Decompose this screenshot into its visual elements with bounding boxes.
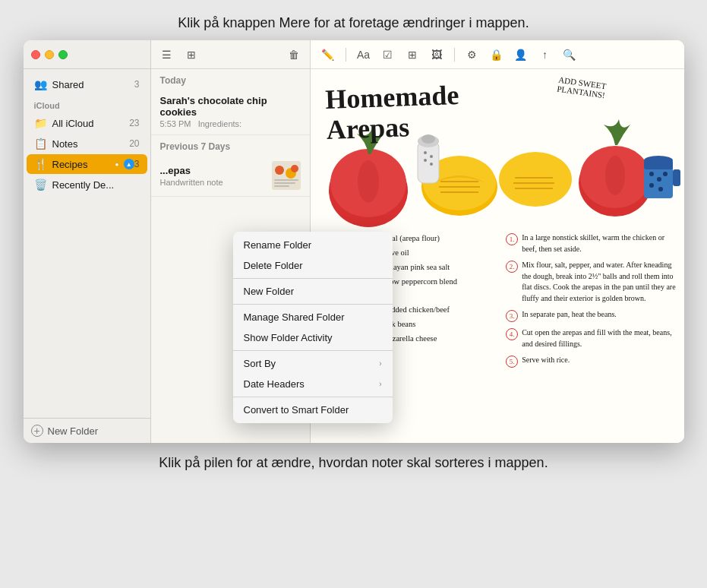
sync-indicators: ● ▲	[112, 159, 134, 169]
note-title: Homemade Arepas	[324, 81, 460, 145]
sidebar-item-shared[interactable]: 👥 Shared 3	[27, 74, 147, 94]
manage-shared-label: Manage Shared Folder	[244, 311, 345, 323]
minimize-button[interactable]	[45, 50, 54, 59]
compose-icon[interactable]: ✏️	[320, 46, 336, 63]
app-window: 👥 Shared 3 iCloud 📁 All iCloud 23 📋 Note…	[24, 40, 684, 443]
sort-by-label: Sort By	[244, 358, 276, 369]
icloud-section-label: iCloud	[24, 95, 150, 112]
grid-view-icon[interactable]: ⊞	[183, 46, 200, 63]
lock-icon[interactable]: 🔒	[488, 46, 505, 63]
svg-point-1	[275, 166, 284, 175]
svg-point-34	[657, 177, 661, 182]
delete-folder-label: Delete Folder	[244, 260, 303, 271]
checklist-icon[interactable]: ☑	[380, 46, 396, 63]
step-num-2: 2.	[506, 261, 518, 273]
step-num-3: 3.	[506, 310, 518, 322]
trash-folder-icon: 🗑️	[34, 178, 48, 191]
search-icon[interactable]: 🔍	[561, 46, 578, 63]
sidebar-item-all-icloud[interactable]: 📁 All iCloud 23	[27, 113, 147, 133]
menu-item-rename[interactable]: Rename Folder	[233, 235, 393, 255]
note-meta-arepas: Handwritten note	[160, 178, 266, 187]
notes-folder-icon: 📋	[34, 137, 48, 150]
convert-smart-label: Convert to Smart Folder	[244, 404, 349, 416]
note-preview: Ingredients:	[198, 119, 241, 128]
notes-list-panel: ☰ ⊞ 🗑 Today Sarah's chocolate chip cooki…	[151, 40, 311, 443]
plus-icon: +	[31, 425, 43, 437]
folder-icon: 📁	[34, 116, 48, 130]
today-section-label: Today	[151, 69, 310, 89]
recipes-count: 3	[134, 159, 140, 169]
menu-item-sort-by[interactable]: Sort By ›	[233, 353, 393, 374]
note-title-arepas: ...epas	[160, 165, 266, 176]
notes-count: 20	[129, 138, 139, 149]
collaboration-icon[interactable]: ⚙	[464, 46, 481, 63]
menu-item-delete[interactable]: Delete Folder	[233, 255, 393, 276]
toolbar-divider-1	[346, 48, 346, 62]
font-icon[interactable]: Aa	[355, 46, 372, 63]
traffic-lights	[31, 50, 68, 59]
notes-label: Notes	[52, 138, 130, 150]
new-folder-menu-label: New Folder	[244, 286, 294, 297]
menu-item-convert-smart[interactable]: Convert to Smart Folder	[233, 400, 393, 420]
share-icon[interactable]: ↑	[537, 46, 554, 63]
fullscreen-button[interactable]	[58, 50, 68, 59]
list-view-icon[interactable]: ☰	[159, 46, 175, 63]
sync-dot-blue: ▲	[124, 159, 134, 169]
all-icloud-count: 23	[129, 118, 139, 128]
instruction-1: 1. In a large nonstick skillet, warm the…	[506, 232, 677, 254]
show-activity-label: Show Folder Activity	[244, 332, 333, 343]
sidebar-item-recently-deleted[interactable]: 🗑️ Recently De...	[27, 175, 147, 194]
menu-item-new-folder[interactable]: New Folder	[233, 281, 393, 302]
step-num-1: 1.	[506, 233, 518, 245]
svg-point-25	[430, 163, 433, 166]
svg-point-33	[649, 172, 654, 176]
menu-separator-4	[233, 397, 393, 397]
svg-rect-4	[274, 179, 298, 181]
rename-folder-label: Rename Folder	[244, 239, 312, 251]
menu-item-show-activity[interactable]: Show Folder Activity	[233, 327, 393, 348]
step-num-5: 5.	[506, 356, 518, 368]
svg-rect-19	[418, 141, 439, 183]
sidebar-item-recipes[interactable]: 🍴 Recipes ● ▲ 3	[27, 154, 147, 174]
instruction-4: 4. Cut open the arepas and fill with the…	[506, 327, 677, 349]
media-icon[interactable]: 🖼	[428, 46, 445, 63]
annotation-top: Klik på knappen Mere for at foretage ænd…	[0, 0, 707, 40]
svg-rect-6	[274, 185, 289, 187]
shared-folder-icon: 👥	[34, 77, 48, 91]
annotation-bottom: Klik på pilen for at ændre, hvordan note…	[0, 443, 707, 480]
instruction-5: 5. Serve with rice.	[506, 355, 677, 368]
recipes-folder-icon: 🍴	[34, 157, 48, 171]
svg-point-35	[663, 172, 668, 176]
sidebar-content: 👥 Shared 3 iCloud 📁 All iCloud 23 📋 Note…	[24, 69, 150, 418]
date-headers-chevron: ›	[379, 380, 381, 388]
menu-separator-3	[233, 350, 393, 351]
sort-by-chevron: ›	[379, 359, 381, 368]
sync-dot-orange: ●	[112, 159, 122, 169]
menu-item-date-headers[interactable]: Date Headers ›	[233, 374, 393, 394]
note-time: 5:53 PM	[160, 119, 191, 128]
prev7-section-label: Previous 7 Days	[151, 135, 310, 155]
svg-rect-32	[673, 169, 680, 186]
delete-icon[interactable]: 🗑	[286, 46, 302, 63]
sidebar-item-notes[interactable]: 📋 Notes 20	[27, 134, 147, 153]
note-item-cookies[interactable]: Sarah's chocolate chip cookies 5:53 PM I…	[151, 89, 310, 135]
shared-count: 3	[134, 79, 140, 90]
close-button[interactable]	[31, 50, 40, 59]
menu-separator-1	[233, 278, 393, 279]
all-icloud-label: All iCloud	[52, 118, 130, 129]
instruction-3: 3. In separate pan, heat the beans.	[506, 309, 677, 322]
svg-point-15	[499, 152, 572, 207]
new-folder-label: New Folder	[48, 425, 98, 437]
svg-point-37	[658, 187, 663, 191]
new-folder-button[interactable]: + New Folder	[24, 418, 150, 443]
instructions-list: 1. In a large nonstick skillet, warm the…	[506, 232, 677, 368]
shared-label: Shared	[52, 79, 134, 90]
note-meta-cookies: 5:53 PM Ingredients:	[160, 119, 301, 128]
context-menu: Rename Folder Delete Folder New Folder M…	[233, 232, 393, 423]
menu-item-manage-shared[interactable]: Manage Shared Folder	[233, 307, 393, 327]
titlebar	[24, 40, 150, 69]
people-icon[interactable]: 👤	[513, 46, 529, 63]
note-item-arepas[interactable]: ...epas Handwritten note	[151, 155, 310, 197]
note-arepas-row: ...epas Handwritten note	[160, 161, 301, 190]
table-icon[interactable]: ⊞	[404, 46, 421, 63]
